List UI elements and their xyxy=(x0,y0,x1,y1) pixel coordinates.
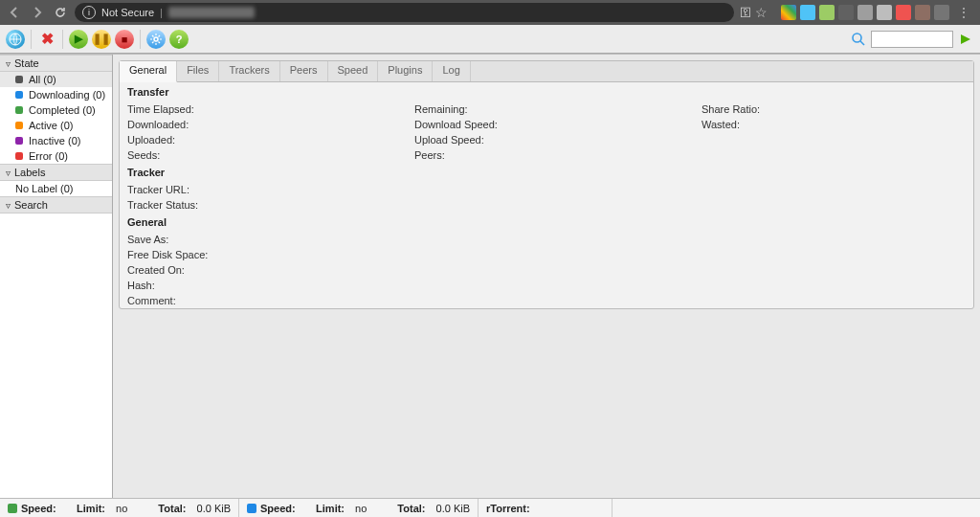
status-upload-cell[interactable]: Speed: Limit: no Total: 0.0 KiB xyxy=(0,499,239,517)
not-secure-label: Not Secure xyxy=(101,7,154,18)
start-button[interactable]: ▶ xyxy=(69,30,88,49)
star-icon[interactable]: ☆ xyxy=(755,5,768,20)
info-icon: i xyxy=(82,6,96,19)
svg-point-2 xyxy=(853,34,861,42)
sidebar-item-label: No Label (0) xyxy=(15,183,74,194)
remove-button[interactable]: ✖ xyxy=(37,30,56,49)
extension-icon[interactable] xyxy=(877,5,892,20)
status-empty-cell xyxy=(612,499,980,517)
field-peers: Peers: xyxy=(414,147,702,163)
status-download-cell[interactable]: Speed: Limit: no Total: 0.0 KiB xyxy=(239,499,479,517)
sidebar-item-label: Downloading (0) xyxy=(29,89,105,101)
browser-menu-button[interactable]: ⋮ xyxy=(953,5,974,20)
field-tracker-status: Tracker Status: xyxy=(127,197,966,213)
app-toolbar: ✖ ▶ ❚❚ ■ ? xyxy=(0,25,980,54)
extension-icon[interactable] xyxy=(896,5,911,20)
browser-back-button[interactable] xyxy=(6,4,23,21)
tab-speed[interactable]: Speed xyxy=(328,61,379,81)
details-tabs: GeneralFilesTrackersPeersSpeedPluginsLog xyxy=(120,61,973,82)
sidebar: State All (0)Downloading (0)Completed (0… xyxy=(0,55,113,498)
field-hash: Hash: xyxy=(127,278,966,293)
sidebar-item-label: Completed (0) xyxy=(29,104,96,116)
status-dot-icon xyxy=(15,76,23,83)
settings-button[interactable] xyxy=(146,30,166,49)
sidebar-item-completed[interactable]: Completed (0) xyxy=(0,102,112,118)
sidebar-item-label: Inactive (0) xyxy=(29,135,80,146)
search-input[interactable] xyxy=(871,31,953,48)
sidebar-header-search[interactable]: Search xyxy=(0,196,112,214)
sidebar-item-label: All (0) xyxy=(29,74,56,85)
tab-plugins[interactable]: Plugins xyxy=(378,61,433,81)
extension-icon[interactable] xyxy=(800,5,815,20)
search-icon xyxy=(850,31,867,48)
sidebar-header-state[interactable]: State xyxy=(0,55,112,72)
extension-icon[interactable] xyxy=(915,5,930,20)
status-dot-icon xyxy=(15,106,23,114)
status-dot-icon xyxy=(15,91,23,99)
key-icon: ⚿ xyxy=(740,6,751,19)
extension-icon[interactable] xyxy=(819,5,835,20)
details-body: Transfer Time Elapsed: Downloaded: Uploa… xyxy=(120,82,973,308)
browser-forward-button[interactable] xyxy=(29,4,46,21)
add-torrent-button[interactable] xyxy=(6,30,25,49)
tab-log[interactable]: Log xyxy=(433,61,470,81)
browser-reload-button[interactable] xyxy=(52,4,69,21)
main-panel: GeneralFilesTrackersPeersSpeedPluginsLog… xyxy=(113,55,980,498)
status-dot-icon xyxy=(15,122,23,129)
field-seeds: Seeds: xyxy=(127,147,414,163)
svg-point-1 xyxy=(154,37,158,41)
field-save-as: Save As: xyxy=(127,232,966,247)
details-panel: GeneralFilesTrackersPeersSpeedPluginsLog… xyxy=(119,60,974,309)
field-wasted: Wasted: xyxy=(702,117,950,132)
sidebar-item-downloading[interactable]: Downloading (0) xyxy=(0,87,112,102)
pause-button[interactable]: ❚❚ xyxy=(92,30,111,49)
field-time-elapsed: Time Elapsed: xyxy=(127,101,414,117)
extension-icon[interactable] xyxy=(934,5,949,20)
field-created: Created On: xyxy=(127,262,966,278)
stop-button[interactable]: ■ xyxy=(115,30,134,49)
sidebar-header-labels[interactable]: Labels xyxy=(0,164,112,181)
status-client-cell: rTorrent: xyxy=(479,499,612,517)
field-uploaded: Uploaded: xyxy=(127,132,414,147)
sidebar-item-all[interactable]: All (0) xyxy=(0,72,112,87)
sidebar-item-label: Active (0) xyxy=(29,120,73,131)
browser-address-bar[interactable]: i Not Secure | xyxy=(75,3,734,22)
status-dot-icon xyxy=(15,137,23,145)
field-free-disk: Free Disk Space: xyxy=(127,247,966,262)
sidebar-item-no-label[interactable]: No Label (0) xyxy=(0,181,112,196)
sidebar-item-active[interactable]: Active (0) xyxy=(0,118,112,133)
help-button[interactable]: ? xyxy=(169,30,189,49)
field-share-ratio: Share Ratio: xyxy=(702,101,950,117)
search-go-button[interactable] xyxy=(957,31,974,48)
tab-files[interactable]: Files xyxy=(177,61,219,81)
upload-icon xyxy=(8,504,17,513)
section-general: General xyxy=(120,213,973,232)
field-comment: Comment: xyxy=(127,293,966,308)
field-remaining: Remaining: xyxy=(414,101,702,117)
download-icon xyxy=(247,504,256,513)
tab-trackers[interactable]: Trackers xyxy=(219,61,279,81)
sidebar-item-label: Error (0) xyxy=(29,150,68,162)
extension-icon[interactable] xyxy=(781,5,796,20)
field-dl-speed: Download Speed: xyxy=(414,117,702,132)
field-tracker-url: Tracker URL: xyxy=(127,182,966,197)
status-dot-icon xyxy=(15,152,23,160)
extension-icon[interactable] xyxy=(838,5,854,20)
section-tracker: Tracker xyxy=(120,163,973,182)
browser-chrome: i Not Secure | ⚿ ☆ ⋮ xyxy=(0,0,980,25)
tab-peers[interactable]: Peers xyxy=(280,61,328,81)
tab-general[interactable]: General xyxy=(120,61,177,82)
field-ul-speed: Upload Speed: xyxy=(414,132,702,147)
address-blurred xyxy=(168,7,255,18)
field-downloaded: Downloaded: xyxy=(127,117,414,132)
sidebar-item-inactive[interactable]: Inactive (0) xyxy=(0,133,112,148)
sidebar-item-error[interactable]: Error (0) xyxy=(0,148,112,164)
status-bar: Speed: Limit: no Total: 0.0 KiB Speed: L… xyxy=(0,498,980,517)
section-transfer: Transfer xyxy=(120,82,973,101)
extension-icon[interactable] xyxy=(858,5,873,20)
